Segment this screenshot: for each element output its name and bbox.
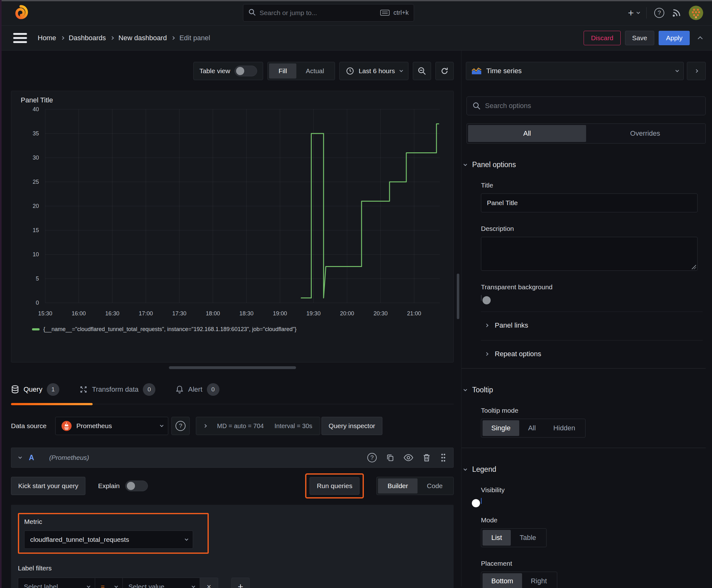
tooltip-header[interactable]: Tooltip bbox=[463, 386, 706, 394]
repeat-options-section[interactable]: Repeat options bbox=[486, 350, 706, 358]
panel-title-input[interactable]: Panel Title bbox=[481, 193, 697, 212]
refresh-button[interactable] bbox=[435, 62, 454, 80]
datasource-row: Data source Prometheus ? bbox=[11, 417, 454, 435]
chevron-down-icon bbox=[675, 68, 679, 72]
repeat-options-label: Repeat options bbox=[495, 350, 541, 358]
description-textarea[interactable] bbox=[481, 237, 697, 271]
scrollbar-thumb[interactable] bbox=[457, 274, 459, 319]
panel-links-section[interactable]: Panel links bbox=[486, 321, 706, 330]
tooltip-mode-single[interactable]: Single bbox=[482, 420, 519, 436]
legend-placement-right[interactable]: Right bbox=[522, 573, 556, 588]
tab-overrides[interactable]: Overrides bbox=[586, 125, 704, 142]
zoom-out-button[interactable] bbox=[413, 62, 431, 80]
tooltip-mode-all[interactable]: All bbox=[519, 420, 544, 436]
transparent-background-toggle[interactable] bbox=[481, 295, 481, 301]
tab-query[interactable]: Query 1 bbox=[11, 383, 59, 404]
search-options-input[interactable]: Search options bbox=[467, 97, 706, 115]
chevron-down-icon bbox=[114, 584, 118, 588]
visualization-value: Time series bbox=[486, 67, 670, 75]
query-row-header[interactable]: A (Prometheus) ? bbox=[11, 447, 454, 468]
label-filters-label: Label filters bbox=[18, 564, 447, 572]
drag-handle-icon[interactable] bbox=[440, 453, 447, 462]
table-view-label: Table view bbox=[199, 67, 230, 75]
resize-grip-icon[interactable] bbox=[692, 265, 696, 269]
breadcrumb-new-dashboard[interactable]: New dashboard bbox=[118, 34, 167, 42]
query-help-icon[interactable]: ? bbox=[367, 453, 377, 462]
expand-options-icon[interactable] bbox=[203, 424, 207, 427]
svg-text:18:30: 18:30 bbox=[239, 310, 253, 317]
question-icon: ? bbox=[175, 421, 186, 431]
explain-control: Explain bbox=[98, 481, 148, 491]
duplicate-query-icon[interactable] bbox=[386, 454, 394, 462]
series-label[interactable]: {__name__="cloudflared_tunnel_total_requ… bbox=[43, 326, 296, 333]
panel-options-header[interactable]: Panel options bbox=[463, 161, 706, 169]
tooltip-mode-hidden[interactable]: Hidden bbox=[545, 420, 584, 436]
time-series-chart[interactable]: 051015202530354015:3016:0016:3017:0017:3… bbox=[18, 104, 454, 324]
legend-mode-label: Mode bbox=[481, 517, 706, 524]
global-search-input[interactable]: Search or jump to... ctrl+k bbox=[243, 4, 414, 22]
tab-all[interactable]: All bbox=[468, 125, 586, 142]
datasource-select[interactable]: Prometheus bbox=[55, 417, 168, 435]
add-filter-button[interactable]: + bbox=[231, 578, 250, 588]
query-options-bar: MD = auto = 704 Interval = 30s bbox=[196, 417, 320, 435]
explain-label: Explain bbox=[98, 482, 120, 490]
datasource-help-button[interactable]: ? bbox=[171, 417, 190, 435]
select-label-dropdown[interactable]: Select label bbox=[18, 578, 95, 588]
builder-option[interactable]: Builder bbox=[378, 478, 417, 493]
save-button[interactable]: Save bbox=[625, 31, 654, 45]
grafana-logo-icon[interactable] bbox=[13, 4, 29, 22]
delete-query-icon[interactable] bbox=[423, 453, 431, 462]
divider bbox=[481, 340, 703, 340]
visibility-label: Visibility bbox=[481, 486, 706, 494]
query-datasource-hint: (Prometheus) bbox=[49, 454, 359, 461]
legend-mode-table[interactable]: Table bbox=[511, 530, 545, 546]
tab-transform-data[interactable]: Transform data 0 bbox=[80, 383, 155, 404]
visualization-select[interactable]: Time series bbox=[466, 62, 684, 80]
add-new-button[interactable]: + bbox=[628, 8, 639, 18]
hide-response-icon[interactable] bbox=[404, 454, 413, 462]
breadcrumb-home[interactable]: Home bbox=[38, 34, 56, 42]
refresh-icon bbox=[440, 67, 449, 76]
explain-toggle[interactable] bbox=[125, 481, 148, 491]
options-filter-tabs: All Overrides bbox=[467, 123, 706, 144]
code-option[interactable]: Code bbox=[417, 478, 452, 493]
table-view-toggle[interactable] bbox=[235, 66, 257, 76]
legend-mode-list[interactable]: List bbox=[482, 530, 511, 546]
menu-toggle-icon[interactable] bbox=[13, 32, 28, 44]
legend-visibility-toggle[interactable] bbox=[481, 498, 481, 504]
discard-button[interactable]: Discard bbox=[584, 31, 620, 45]
svg-text:20: 20 bbox=[33, 203, 39, 209]
table-view-control: Table view bbox=[193, 62, 263, 80]
search-shortcut: ctrl+k bbox=[393, 9, 408, 16]
metric-select[interactable]: cloudflared_tunnel_total_requests bbox=[24, 530, 193, 549]
svg-text:16:30: 16:30 bbox=[105, 310, 119, 317]
collapse-header-icon[interactable] bbox=[698, 36, 703, 41]
apply-button[interactable]: Apply bbox=[659, 31, 690, 45]
svg-text:20:00: 20:00 bbox=[340, 310, 354, 317]
open-viz-picker-button[interactable] bbox=[687, 62, 706, 80]
select-value-dropdown[interactable]: Select value bbox=[123, 578, 200, 588]
user-avatar[interactable] bbox=[689, 6, 703, 20]
help-button[interactable]: ? bbox=[654, 8, 664, 18]
label-filters-row: Select label = Select value × + bbox=[18, 578, 447, 588]
time-range-picker[interactable]: Last 6 hours bbox=[339, 62, 408, 80]
breadcrumb-dashboards[interactable]: Dashboards bbox=[69, 34, 106, 42]
actual-option[interactable]: Actual bbox=[296, 63, 333, 79]
clock-icon bbox=[346, 67, 354, 75]
query-inspector-button[interactable]: Query inspector bbox=[322, 417, 382, 435]
tab-alert[interactable]: Alert 0 bbox=[175, 383, 219, 404]
legend-placement-bottom[interactable]: Bottom bbox=[482, 573, 522, 588]
news-button[interactable] bbox=[672, 8, 681, 18]
rss-icon bbox=[672, 8, 681, 18]
run-queries-button[interactable]: Run queries bbox=[309, 477, 360, 495]
collapse-query-icon[interactable] bbox=[18, 455, 22, 459]
chevron-down-icon bbox=[399, 68, 403, 72]
bell-icon bbox=[175, 385, 184, 394]
remove-filter-button[interactable]: × bbox=[200, 578, 218, 588]
question-icon: ? bbox=[654, 8, 664, 18]
resize-drag-handle[interactable] bbox=[169, 366, 296, 369]
kick-start-button[interactable]: Kick start your query bbox=[11, 477, 85, 495]
operator-dropdown[interactable]: = bbox=[95, 578, 123, 588]
legend-header[interactable]: Legend bbox=[463, 465, 706, 474]
fill-option[interactable]: Fill bbox=[269, 63, 296, 79]
